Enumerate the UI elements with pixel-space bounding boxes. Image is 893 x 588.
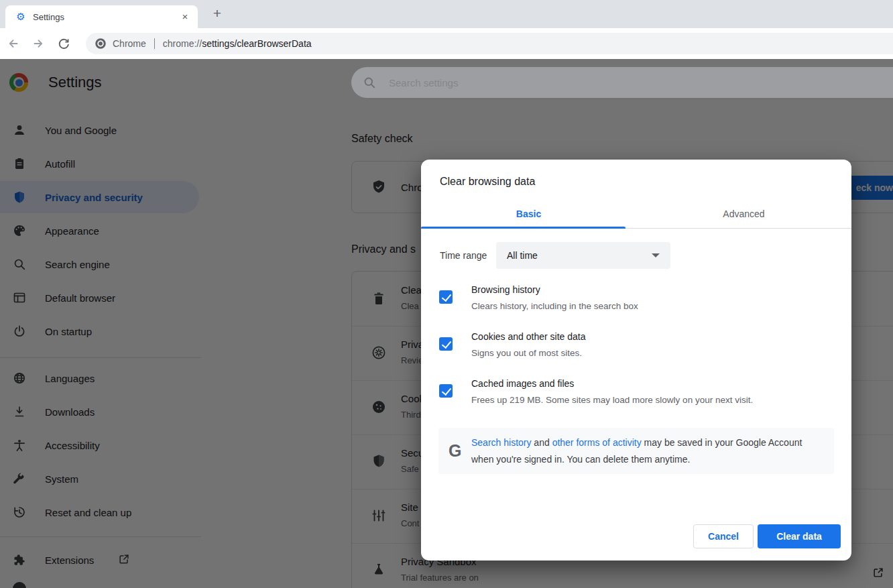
browser-tab-settings[interactable]: Settings × (5, 5, 198, 28)
notice-mid-text: and (531, 437, 552, 448)
google-g-icon: G (449, 441, 466, 461)
forward-arrow-icon (32, 37, 45, 50)
google-account-notice: G Search history and other forms of acti… (438, 428, 834, 474)
search-settings-field[interactable]: Search settings (351, 67, 893, 98)
search-history-link[interactable]: Search history (471, 437, 531, 448)
tab-title: Settings (33, 12, 179, 22)
reload-button[interactable] (52, 32, 75, 55)
search-icon (363, 76, 376, 89)
time-range-value: All time (507, 250, 538, 261)
tab-strip: Settings × + (0, 0, 893, 28)
tab-advanced[interactable]: Advanced (636, 200, 851, 228)
checkbox-row-cached-images: Cached images and files Frees up 219 MB.… (439, 377, 753, 407)
cancel-button[interactable]: Cancel (693, 524, 754, 548)
clear-data-button[interactable]: Clear data (758, 524, 841, 548)
checkbox-label: Browsing history (471, 283, 638, 296)
checkbox-description: Frees up 219 MB. Some sites may load mor… (471, 394, 753, 407)
browser-toolbar: Chrome chrome:// settings/clearBrowserDa… (0, 28, 893, 59)
close-tab-icon[interactable]: × (179, 11, 191, 23)
active-tab-underline (421, 227, 626, 229)
chevron-down-icon (652, 253, 660, 257)
checkbox-row-cookies: Cookies and other site data Signs you ou… (439, 330, 585, 360)
time-range-label: Time range (440, 242, 487, 269)
forward-button[interactable] (27, 32, 50, 55)
clear-browsing-data-dialog: Clear browsing data Basic Advanced Time … (421, 160, 851, 561)
checkbox-label: Cookies and other site data (471, 330, 585, 343)
gear-icon (15, 11, 27, 23)
url-site-label: Chrome (113, 38, 146, 49)
time-range-select[interactable]: All time (496, 242, 670, 269)
notice-text: Search history and other forms of activi… (471, 434, 820, 468)
checkbox-label: Cached images and files (471, 377, 753, 390)
tab-basic[interactable]: Basic (421, 200, 636, 228)
checkbox-description: Signs you out of most sites. (471, 347, 585, 360)
search-placeholder: Search settings (389, 77, 458, 89)
cached-images-checkbox[interactable] (439, 384, 453, 398)
chrome-logo-icon (95, 38, 107, 50)
reload-icon (57, 37, 70, 50)
dialog-tab-strip: Basic Advanced (421, 200, 851, 229)
cookies-checkbox[interactable] (439, 337, 453, 351)
other-activity-link[interactable]: other forms of activity (552, 437, 642, 448)
checkbox-description: Clears history, including in the search … (471, 300, 638, 313)
browsing-history-checkbox[interactable] (439, 290, 453, 304)
url-scheme: chrome:// (163, 38, 202, 49)
url-bar[interactable]: Chrome chrome:// settings/clearBrowserDa… (86, 33, 893, 54)
checkbox-row-browsing-history: Browsing history Clears history, includi… (439, 283, 638, 313)
back-button[interactable] (2, 32, 25, 55)
url-separator (154, 38, 155, 49)
url-path: settings/clearBrowserData (202, 38, 311, 49)
new-tab-button[interactable]: + (208, 5, 227, 23)
back-arrow-icon (7, 37, 20, 50)
dialog-title: Clear browsing data (440, 176, 535, 188)
